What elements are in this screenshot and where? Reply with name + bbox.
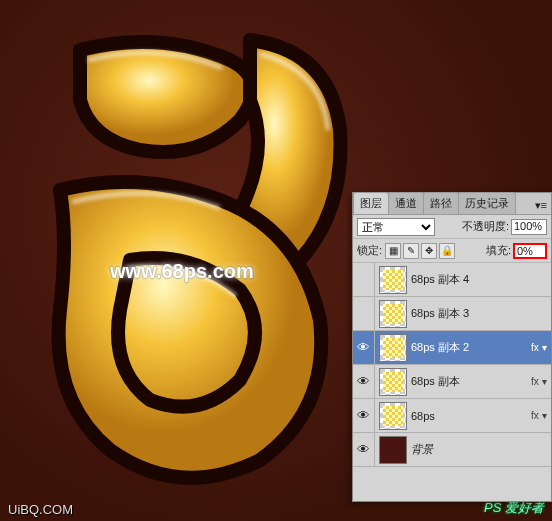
layer-thumbnail[interactable] bbox=[379, 334, 407, 362]
visibility-toggle[interactable]: 👁 bbox=[353, 399, 375, 432]
lock-position-icon[interactable]: ✥ bbox=[421, 243, 437, 259]
opacity-label: 不透明度: bbox=[462, 219, 509, 234]
lock-pixels-icon[interactable]: ✎ bbox=[403, 243, 419, 259]
eye-icon: 👁 bbox=[357, 442, 370, 457]
visibility-toggle[interactable]: 👁 bbox=[353, 433, 375, 466]
fill-value[interactable]: 0% bbox=[513, 243, 547, 259]
layer-row[interactable]: 👁背景 bbox=[353, 433, 551, 467]
layer-thumbnail[interactable] bbox=[379, 368, 407, 396]
layer-row[interactable]: 👁68ps 副本fx ▾ bbox=[353, 365, 551, 399]
fu-character-artwork bbox=[10, 10, 370, 490]
tab-paths[interactable]: 路径 bbox=[423, 192, 459, 214]
lock-icons-group: ▦ ✎ ✥ 🔒 bbox=[385, 243, 455, 259]
lock-transparency-icon[interactable]: ▦ bbox=[385, 243, 401, 259]
layer-fx-toggle[interactable]: fx ▾ bbox=[531, 410, 551, 421]
panel-tabs: 图层 通道 路径 历史记录 ▾≡ bbox=[353, 193, 551, 215]
visibility-toggle[interactable] bbox=[353, 263, 375, 296]
layer-name-label[interactable]: 68ps 副本 bbox=[411, 374, 531, 389]
layer-thumbnail[interactable] bbox=[379, 300, 407, 328]
tab-history[interactable]: 历史记录 bbox=[458, 192, 516, 214]
lock-fill-row: 锁定: ▦ ✎ ✥ 🔒 填充: 0% bbox=[353, 239, 551, 263]
tab-layers[interactable]: 图层 bbox=[353, 192, 389, 214]
layer-name-label[interactable]: 68ps bbox=[411, 410, 531, 422]
layer-fx-toggle[interactable]: fx ▾ bbox=[531, 376, 551, 387]
layer-row[interactable]: 68ps 副本 3 bbox=[353, 297, 551, 331]
blend-opacity-row: 正常 不透明度: 100% bbox=[353, 215, 551, 239]
tab-channels[interactable]: 通道 bbox=[388, 192, 424, 214]
layer-fx-toggle[interactable]: fx ▾ bbox=[531, 342, 551, 353]
lock-all-icon[interactable]: 🔒 bbox=[439, 243, 455, 259]
layers-panel: 图层 通道 路径 历史记录 ▾≡ 正常 不透明度: 100% 锁定: ▦ ✎ ✥… bbox=[352, 192, 552, 502]
eye-icon: 👁 bbox=[357, 340, 370, 355]
layer-thumbnail[interactable] bbox=[379, 436, 407, 464]
layer-thumbnail[interactable] bbox=[379, 402, 407, 430]
fill-label: 填充: bbox=[486, 243, 511, 258]
layer-name-label[interactable]: 68ps 副本 3 bbox=[411, 306, 531, 321]
lock-label: 锁定: bbox=[357, 243, 382, 258]
blend-mode-select[interactable]: 正常 bbox=[357, 218, 435, 236]
layer-row[interactable]: 👁68psfx ▾ bbox=[353, 399, 551, 433]
layers-list[interactable]: 68ps 副本 468ps 副本 3👁68ps 副本 2fx ▾👁68ps 副本… bbox=[353, 263, 551, 491]
eye-icon: 👁 bbox=[357, 374, 370, 389]
layer-name-label[interactable]: 68ps 副本 2 bbox=[411, 340, 531, 355]
visibility-toggle[interactable]: 👁 bbox=[353, 365, 375, 398]
layer-thumbnail[interactable] bbox=[379, 266, 407, 294]
canvas-watermark: www.68ps.com bbox=[110, 260, 254, 283]
layer-row[interactable]: 👁68ps 副本 2fx ▾ bbox=[353, 331, 551, 365]
visibility-toggle[interactable]: 👁 bbox=[353, 331, 375, 364]
eye-icon: 👁 bbox=[357, 408, 370, 423]
site-watermark-left: UiBQ.COM bbox=[8, 502, 73, 517]
gold-fu-svg bbox=[10, 10, 370, 490]
layer-row[interactable]: 68ps 副本 4 bbox=[353, 263, 551, 297]
layer-name-label[interactable]: 68ps 副本 4 bbox=[411, 272, 531, 287]
layer-name-label[interactable]: 背景 bbox=[411, 442, 531, 457]
visibility-toggle[interactable] bbox=[353, 297, 375, 330]
opacity-value[interactable]: 100% bbox=[511, 219, 547, 235]
panel-menu-icon[interactable]: ▾≡ bbox=[531, 197, 551, 214]
